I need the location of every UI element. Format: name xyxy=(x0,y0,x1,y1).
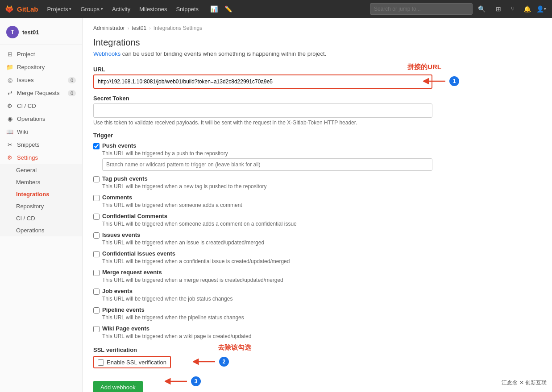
trigger-issues-events: Issues events This URL will be triggered… xyxy=(93,231,432,246)
sidebar-subitem-repository[interactable]: Repository xyxy=(0,200,82,212)
page-title: Integrations xyxy=(93,37,541,48)
url-field-group: URL 拼接的URL xyxy=(93,66,432,89)
sidebar-item-operations[interactable]: ◉ Operations xyxy=(0,112,82,125)
chart-icon-btn[interactable]: 📊 xyxy=(208,3,220,15)
branch-pattern-input[interactable] xyxy=(102,158,432,171)
secret-token-help: Use this token to validate received payl… xyxy=(93,120,432,126)
chevron-down-icon: ▾ xyxy=(69,7,71,11)
breadcrumb-admin[interactable]: Administrator xyxy=(93,25,125,31)
webhooks-link[interactable]: Webhooks xyxy=(93,50,120,57)
gitlab-brand-text: GitLab xyxy=(17,5,38,13)
add-webhook-button[interactable]: Add webhook xyxy=(93,381,143,392)
user-menu-icon[interactable]: 👤 ▾ xyxy=(535,3,548,15)
search-icon[interactable]: 🔍 xyxy=(475,3,488,15)
trigger-job-events: Job events This URL will be triggered wh… xyxy=(93,288,432,302)
settings-subitems: General Members Integrations Repository … xyxy=(0,164,82,236)
notification-icon[interactable]: 🔔 xyxy=(521,3,533,15)
job-events-checkbox[interactable] xyxy=(93,289,100,295)
form-layout: URL 拼接的URL xyxy=(93,66,541,392)
sidebar-subitem-members[interactable]: Members xyxy=(0,176,82,188)
ssl-label: SSL verification xyxy=(93,347,432,353)
nav-snippets[interactable]: Snippets xyxy=(172,4,202,14)
breadcrumb-current: Integrations Settings xyxy=(154,25,202,31)
comments-checkbox[interactable] xyxy=(93,195,100,201)
sidebar-item-issues[interactable]: ◎ Issues 0 xyxy=(0,74,82,87)
sidebar-item-snippets[interactable]: ✂ Snippets xyxy=(0,138,82,151)
merge-requests-icon: ⇄ xyxy=(6,90,13,96)
navbar-brand[interactable]: GitLab xyxy=(4,4,38,14)
trigger-confidential-issues-events: Confidential Issues events This URL will… xyxy=(93,250,432,264)
trigger-push-events: Push events This URL will be triggered b… xyxy=(93,142,432,171)
issues-icon: ◎ xyxy=(6,77,13,83)
sidebar-item-merge-requests[interactable]: ⇄ Merge Requests 0 xyxy=(0,87,82,99)
confidential-comments-checkbox[interactable] xyxy=(93,214,100,220)
secret-token-input[interactable] xyxy=(93,103,432,118)
push-events-checkbox[interactable] xyxy=(93,143,100,149)
sidebar-item-wiki[interactable]: 📖 Wiki xyxy=(0,125,82,138)
wiki-page-events-desc: This URL will be triggered when a wiki p… xyxy=(102,333,432,339)
search-input[interactable] xyxy=(370,3,473,15)
dashboard-icon[interactable]: ⊞ xyxy=(492,3,505,15)
sidebar-subitem-general[interactable]: General xyxy=(0,164,82,176)
fork-icon[interactable]: ⑂ xyxy=(506,3,519,15)
confidential-issues-desc: This URL will be triggered when a confid… xyxy=(102,258,432,264)
watermark-text: 江念念 ✕ 创新互联 xyxy=(502,379,547,387)
pencil-icon-btn[interactable]: ✏️ xyxy=(222,3,234,15)
annotation-bubble-3: 3 xyxy=(191,376,201,386)
breadcrumb-test01[interactable]: test01 xyxy=(132,25,146,31)
comments-desc: This URL will be triggered when someone … xyxy=(102,202,432,208)
breadcrumb-sep-1: › xyxy=(128,25,129,31)
ssl-section: SSL verification 去除该勾选 Enable SSL verifi… xyxy=(93,347,432,368)
nav-activity[interactable]: Activity xyxy=(108,4,134,14)
nav-projects[interactable]: Projects ▾ xyxy=(44,4,75,14)
sidebar-subitem-operations[interactable]: Operations xyxy=(0,224,82,236)
tag-push-events-label: Tag push events xyxy=(102,175,148,182)
confidential-issues-label: Confidential Issues events xyxy=(102,250,175,257)
bottom-watermark: 江念念 ✕ 创新互联 xyxy=(502,379,547,387)
confidential-issues-checkbox[interactable] xyxy=(93,251,100,257)
tag-push-events-checkbox[interactable] xyxy=(93,176,100,182)
ssl-checkbox-wrapper: 去除该勾选 Enable SSL verification 2 xyxy=(93,356,171,368)
wiki-page-events-checkbox[interactable] xyxy=(93,326,100,332)
ssl-checkbox-row: Enable SSL verification xyxy=(93,356,171,368)
sidebar-item-project[interactable]: ⊞ Project xyxy=(0,48,82,61)
sidebar-item-ci-cd[interactable]: ⚙ CI / CD xyxy=(0,99,82,112)
trigger-pipeline-events: Pipeline events This URL will be trigger… xyxy=(93,306,432,321)
trigger-comments: Comments This URL will be triggered when… xyxy=(93,194,432,208)
sidebar-item-repository[interactable]: 📁 Repository xyxy=(0,61,82,74)
main-content: Administrator › test01 › Integrations Se… xyxy=(83,18,552,392)
sidebar-subitem-ci-cd[interactable]: CI / CD xyxy=(0,212,82,224)
ssl-arrow-annotation: 2 xyxy=(193,357,229,367)
url-annotation-text: 拼接的URL xyxy=(407,63,441,71)
nav-milestones[interactable]: Milestones xyxy=(136,4,170,14)
breadcrumb: Administrator › test01 › Integrations Se… xyxy=(93,25,541,31)
issues-badge: 0 xyxy=(68,77,76,83)
confidential-comments-label: Confidential Comments xyxy=(102,213,167,219)
comments-label: Comments xyxy=(102,194,132,201)
ssl-verification-checkbox[interactable] xyxy=(98,359,104,366)
push-events-label: Push events xyxy=(102,142,137,149)
annotation-bubble-1: 1 xyxy=(449,76,459,86)
pipeline-events-checkbox[interactable] xyxy=(93,307,100,314)
url-input[interactable] xyxy=(93,74,432,89)
webhook-arrow-annotation: 3 xyxy=(165,376,201,386)
issues-events-checkbox[interactable] xyxy=(93,232,100,239)
issues-events-desc: This URL will be triggered when an issue… xyxy=(102,239,432,246)
search-area: 🔍 xyxy=(370,3,488,15)
merge-request-events-checkbox[interactable] xyxy=(93,270,100,276)
pipeline-events-desc: This URL will be triggered when the pipe… xyxy=(102,314,432,321)
trigger-wiki-page-events: Wiki Page events This URL will be trigge… xyxy=(93,325,432,339)
avatar: T xyxy=(6,26,19,38)
navbar: GitLab Projects ▾ Groups ▾ Activity Mile… xyxy=(0,0,552,18)
secret-token-label: Secret Token xyxy=(93,95,432,102)
nav-groups[interactable]: Groups ▾ xyxy=(77,4,107,14)
operations-icon: ◉ xyxy=(6,116,13,122)
sidebar-item-settings[interactable]: ⚙ Settings xyxy=(0,151,82,164)
sidebar-subitem-integrations[interactable]: Integrations xyxy=(0,188,82,200)
add-webhook-wrapper: Add webhook 3 xyxy=(93,375,143,392)
gitlab-logo-icon xyxy=(4,4,14,14)
navbar-action-icons: ⊞ ⑂ 🔔 👤 ▾ xyxy=(492,3,548,15)
ci-cd-icon: ⚙ xyxy=(6,103,13,109)
issues-events-label: Issues events xyxy=(102,231,140,238)
repository-icon: 📁 xyxy=(6,64,13,70)
